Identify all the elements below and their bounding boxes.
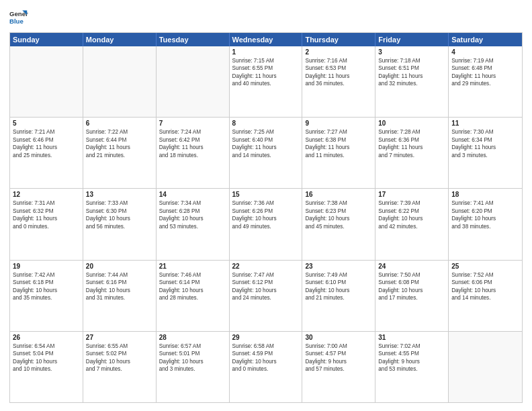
cell-info-line: and 11 minutes. — [305, 152, 372, 159]
weekday-header-saturday: Saturday — [449, 33, 522, 46]
cell-info-line: Daylight: 11 hours — [13, 144, 80, 151]
calendar-cell-10: 10Sunrise: 7:28 AMSunset: 6:36 PMDayligh… — [375, 118, 449, 188]
cell-info-line: and 32 minutes. — [378, 80, 445, 87]
cell-info-line: Sunset: 5:01 PM — [159, 350, 226, 357]
cell-info-line: Sunrise: 6:57 AM — [159, 342, 226, 350]
day-number: 26 — [13, 334, 80, 341]
cell-info-line: Daylight: 10 hours — [232, 215, 300, 222]
calendar-cell-16: 16Sunrise: 7:38 AMSunset: 6:23 PMDayligh… — [302, 189, 375, 259]
cell-info-line: Sunrise: 7:49 AM — [305, 271, 372, 279]
cell-info-line: and 45 minutes. — [305, 223, 372, 230]
cell-info-line: Sunrise: 7:50 AM — [378, 271, 445, 279]
cell-info-line: Sunset: 6:26 PM — [232, 208, 300, 215]
calendar-row-1: 5Sunrise: 7:21 AMSunset: 6:46 PMDaylight… — [10, 117, 522, 188]
cell-info-line: Daylight: 11 hours — [232, 73, 300, 80]
calendar-row-4: 26Sunrise: 6:54 AMSunset: 5:04 PMDayligh… — [10, 331, 522, 402]
cell-info-line: Daylight: 11 hours — [232, 144, 300, 151]
calendar-cell-empty-0-0 — [10, 46, 83, 117]
cell-info-line: Sunrise: 7:42 AM — [13, 271, 80, 279]
cell-info-line: Daylight: 10 hours — [232, 358, 300, 365]
day-number: 21 — [159, 263, 226, 270]
cell-info-line: and 53 minutes. — [378, 365, 445, 373]
weekday-header-monday: Monday — [83, 33, 157, 46]
day-number: 10 — [378, 120, 445, 127]
cell-info-line: Sunrise: 7:33 AM — [86, 199, 153, 207]
cell-info-line: Sunrise: 7:24 AM — [159, 128, 226, 136]
cell-info-line: Daylight: 11 hours — [378, 144, 445, 151]
cell-info-line: Sunrise: 7:00 AM — [305, 342, 372, 350]
calendar-cell-5: 5Sunrise: 7:21 AMSunset: 6:46 PMDaylight… — [10, 118, 83, 188]
cell-info-line: Sunrise: 6:58 AM — [232, 342, 300, 350]
calendar-cell-13: 13Sunrise: 7:33 AMSunset: 6:30 PMDayligh… — [83, 189, 157, 259]
cell-info-line: and 25 minutes. — [13, 152, 80, 159]
cell-info-line: Sunrise: 7:38 AM — [305, 199, 372, 207]
day-number: 18 — [451, 191, 519, 198]
cell-info-line: and 21 minutes. — [305, 294, 372, 302]
cell-info-line: Sunset: 4:59 PM — [232, 350, 300, 357]
calendar-body: 1Sunrise: 7:15 AMSunset: 6:55 PMDaylight… — [10, 46, 522, 402]
cell-info-line: and 42 minutes. — [378, 223, 445, 230]
cell-info-line: Daylight: 10 hours — [232, 287, 300, 294]
cell-info-line: and 31 minutes. — [86, 294, 153, 302]
calendar-cell-4: 4Sunrise: 7:19 AMSunset: 6:48 PMDaylight… — [449, 46, 522, 117]
cell-info-line: Sunrise: 7:27 AM — [305, 128, 372, 136]
calendar-row-0: 1Sunrise: 7:15 AMSunset: 6:55 PMDaylight… — [10, 46, 522, 117]
cell-info-line: and 29 minutes. — [451, 80, 519, 87]
cell-info-line: and 0 minutes. — [13, 223, 80, 230]
cell-info-line: Daylight: 11 hours — [305, 144, 372, 151]
cell-info-line: Daylight: 10 hours — [86, 287, 153, 294]
calendar-cell-29: 29Sunrise: 6:58 AMSunset: 4:59 PMDayligh… — [230, 332, 303, 402]
cell-info-line: Sunrise: 7:28 AM — [378, 128, 445, 136]
day-number: 28 — [159, 334, 226, 341]
day-number: 23 — [305, 263, 372, 270]
cell-info-line: Sunrise: 6:54 AM — [13, 342, 80, 350]
cell-info-line: Sunrise: 7:36 AM — [232, 199, 300, 207]
cell-info-line: Daylight: 11 hours — [86, 144, 153, 151]
cell-info-line: Sunset: 6:06 PM — [451, 279, 519, 286]
calendar-cell-19: 19Sunrise: 7:42 AMSunset: 6:18 PMDayligh… — [10, 261, 83, 331]
cell-info-line: Sunrise: 7:16 AM — [305, 57, 372, 64]
cell-info-line: Sunrise: 7:34 AM — [159, 199, 226, 207]
cell-info-line: Sunset: 6:16 PM — [86, 279, 153, 286]
calendar-cell-7: 7Sunrise: 7:24 AMSunset: 6:42 PMDaylight… — [157, 118, 230, 188]
cell-info-line: and 49 minutes. — [232, 223, 300, 230]
cell-info-line: Daylight: 11 hours — [451, 73, 519, 80]
day-number: 22 — [232, 263, 300, 270]
cell-info-line: Sunset: 6:42 PM — [159, 136, 226, 144]
cell-info-line: Sunset: 6:10 PM — [305, 279, 372, 286]
cell-info-line: and 0 minutes. — [232, 365, 300, 373]
calendar-cell-14: 14Sunrise: 7:34 AMSunset: 6:28 PMDayligh… — [157, 189, 230, 259]
day-number: 24 — [378, 263, 445, 270]
day-number: 16 — [305, 191, 372, 198]
cell-info-line: Daylight: 10 hours — [305, 287, 372, 294]
cell-info-line: and 38 minutes. — [451, 223, 519, 230]
cell-info-line: Sunset: 6:12 PM — [232, 279, 300, 286]
cell-info-line: Sunrise: 7:21 AM — [13, 128, 80, 136]
cell-info-line: Daylight: 9 hours — [305, 358, 372, 365]
cell-info-line: Sunrise: 7:18 AM — [378, 57, 445, 64]
cell-info-line: Daylight: 10 hours — [451, 287, 519, 294]
cell-info-line: and 24 minutes. — [232, 294, 300, 302]
cell-info-line: and 7 minutes. — [86, 365, 153, 373]
calendar-cell-23: 23Sunrise: 7:49 AMSunset: 6:10 PMDayligh… — [302, 261, 375, 331]
cell-info-line: Sunrise: 7:46 AM — [159, 271, 226, 279]
day-number: 20 — [86, 263, 153, 270]
calendar-cell-31: 31Sunrise: 7:02 AMSunset: 4:55 PMDayligh… — [375, 332, 449, 402]
calendar-cell-24: 24Sunrise: 7:50 AMSunset: 6:08 PMDayligh… — [375, 261, 449, 331]
calendar-cell-3: 3Sunrise: 7:18 AMSunset: 6:51 PMDaylight… — [375, 46, 449, 117]
day-number: 1 — [232, 48, 300, 56]
logo-icon: General Blue — [9, 8, 28, 27]
cell-info-line: and 40 minutes. — [232, 80, 300, 87]
cell-info-line: Sunset: 6:51 PM — [378, 64, 445, 72]
calendar-cell-2: 2Sunrise: 7:16 AMSunset: 6:53 PMDaylight… — [302, 46, 375, 117]
day-number: 6 — [86, 120, 153, 127]
cell-info-line: and 18 minutes. — [159, 152, 226, 159]
cell-info-line: Sunset: 6:28 PM — [159, 208, 226, 215]
cell-info-line: Daylight: 10 hours — [159, 287, 226, 294]
cell-info-line: Daylight: 10 hours — [378, 215, 445, 222]
cell-info-line: Daylight: 10 hours — [305, 215, 372, 222]
cell-info-line: Sunset: 5:04 PM — [13, 350, 80, 357]
day-number: 27 — [86, 334, 153, 341]
day-number: 7 — [159, 120, 226, 127]
day-number: 8 — [232, 120, 300, 127]
